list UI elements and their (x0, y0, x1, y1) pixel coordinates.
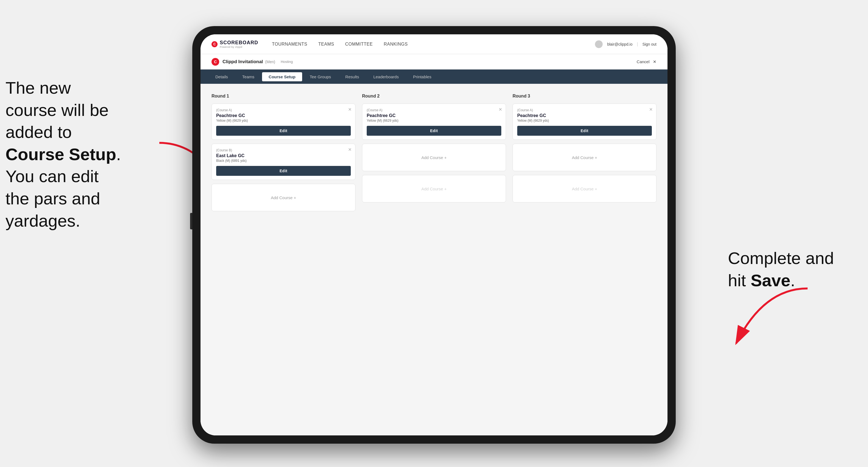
annotation-left: The new course will be added to Course S… (5, 77, 176, 232)
round3-add-course-button[interactable]: Add Course + (513, 144, 656, 171)
round2-course-a-name: Peachtree GC (367, 113, 501, 118)
tab-bar: Details Teams Course Setup Tee Groups Re… (200, 69, 668, 84)
nav-tournaments[interactable]: TOURNAMENTS (272, 42, 307, 47)
annotation-bold: Course Setup (5, 145, 116, 164)
main-content: Round 1 ✕ (Course A) Peachtree GC Yellow… (200, 84, 668, 435)
nav-links: TOURNAMENTS TEAMS COMMITTEE RANKINGS (272, 42, 595, 47)
round3-course-a-label: (Course A) (517, 108, 652, 112)
navbar-logo: C (212, 41, 218, 47)
navbar-separator: | (637, 42, 638, 47)
arrow-right-icon (709, 280, 813, 357)
annotation-line2: course will be (5, 100, 109, 120)
round2-add-course-text: Add Course + (422, 155, 446, 160)
round-3-title: Round 3 (513, 94, 656, 99)
round2-course-a-label: (Course A) (367, 108, 501, 112)
round2-course-a-card: ✕ (Course A) Peachtree GC Yellow (M) (66… (362, 103, 506, 140)
round1-course-b-edit-button[interactable]: Edit (216, 166, 351, 176)
tab-leaderboards[interactable]: Leaderboards (367, 72, 405, 81)
tablet-screen: C SCOREBOARD Powered by clippd TOURNAMEN… (200, 34, 668, 435)
sign-out-link[interactable]: Sign out (643, 42, 656, 46)
round1-course-a-edit-button[interactable]: Edit (216, 126, 351, 136)
user-avatar (595, 40, 603, 48)
app-content: C SCOREBOARD Powered by clippd TOURNAMEN… (200, 34, 668, 435)
tab-teams[interactable]: Teams (236, 72, 261, 81)
round2-add-course-disabled-text: Add Course + (422, 187, 446, 191)
round1-course-a-label: (Course A) (216, 108, 351, 112)
nav-rankings[interactable]: RANKINGS (384, 42, 408, 47)
cancel-button[interactable]: Cancel ✕ (637, 59, 656, 64)
round1-course-b-card: ✕ (Course B) East Lake GC Black (M) (689… (212, 144, 355, 180)
round1-course-b-name: East Lake GC (216, 153, 351, 158)
round3-course-a-delete-button[interactable]: ✕ (648, 106, 653, 112)
round1-course-b-delete-button[interactable]: ✕ (347, 147, 352, 152)
round3-course-a-tee: Yellow (M) (6629 yds) (517, 119, 652, 123)
annotation-line1: The new (5, 78, 71, 97)
tournament-bar: C Clippd Invitational (Men) Hosting Canc… (200, 54, 668, 69)
annotation-line6: the pars and (5, 189, 100, 208)
round1-course-b-label: (Course B) (216, 148, 351, 152)
annotation-suffix: . (116, 145, 121, 164)
tablet-device: C SCOREBOARD Powered by clippd TOURNAMEN… (192, 26, 676, 444)
round-1-column: Round 1 ✕ (Course A) Peachtree GC Yellow… (212, 94, 355, 211)
round2-course-a-edit-button[interactable]: Edit (367, 126, 501, 136)
round3-course-a-edit-button[interactable]: Edit (517, 126, 652, 136)
tablet-side-button (190, 213, 192, 229)
round1-course-a-name: Peachtree GC (216, 113, 351, 118)
round1-add-course-button[interactable]: Add Course + (212, 184, 355, 211)
round-3-column: Round 3 ✕ (Course A) Peachtree GC Yellow… (513, 94, 656, 211)
annotation-line5: You can edit (5, 167, 99, 186)
rounds-grid: Round 1 ✕ (Course A) Peachtree GC Yellow… (212, 94, 656, 211)
brand-title: SCOREBOARD (220, 40, 258, 45)
tab-printables[interactable]: Printables (406, 72, 438, 81)
round3-add-course-disabled: Add Course + (513, 175, 656, 203)
navbar-right: blair@clippd.io | Sign out (595, 40, 656, 48)
round1-add-course-text: Add Course + (271, 195, 296, 200)
navbar: C SCOREBOARD Powered by clippd TOURNAMEN… (200, 34, 668, 54)
annotation-line7: yardages. (5, 211, 80, 230)
round2-course-a-delete-button[interactable]: ✕ (497, 106, 503, 112)
brand-row: C SCOREBOARD Powered by clippd (212, 40, 272, 48)
round1-course-a-tee: Yellow (M) (6629 yds) (216, 119, 351, 123)
round-1-title: Round 1 (212, 94, 355, 99)
round1-course-a-card: ✕ (Course A) Peachtree GC Yellow (M) (66… (212, 103, 355, 140)
round-2-column: Round 2 ✕ (Course A) Peachtree GC Yellow… (362, 94, 506, 211)
round2-add-course-button[interactable]: Add Course + (362, 144, 506, 171)
round3-add-course-disabled-text: Add Course + (572, 187, 597, 191)
round1-course-b-tee: Black (M) (6891 yds) (216, 159, 351, 163)
round3-course-a-card: ✕ (Course A) Peachtree GC Yellow (M) (66… (513, 103, 656, 140)
tournament-logo: C (212, 58, 219, 66)
tournament-hosting: Hosting (281, 60, 293, 64)
tournament-name: Clippd Invitational (222, 59, 263, 65)
tournament-gender: (Men) (265, 60, 275, 64)
navbar-brand: SCOREBOARD Powered by clippd (220, 40, 258, 48)
round3-add-course-text: Add Course + (572, 155, 597, 160)
annotation-right-line1: Complete and (728, 249, 834, 268)
round1-course-a-delete-button[interactable]: ✕ (347, 106, 352, 112)
round3-course-a-name: Peachtree GC (517, 113, 652, 118)
tab-details[interactable]: Details (209, 72, 235, 81)
nav-committee[interactable]: COMMITTEE (345, 42, 373, 47)
brand-sub: Powered by clippd (220, 45, 258, 48)
annotation-line3: added to (5, 123, 72, 142)
navbar-email: blair@clippd.io (607, 42, 632, 46)
tab-results[interactable]: Results (339, 72, 366, 81)
tab-course-setup[interactable]: Course Setup (262, 72, 302, 81)
nav-teams[interactable]: TEAMS (318, 42, 334, 47)
tab-tee-groups[interactable]: Tee Groups (303, 72, 338, 81)
round2-add-course-disabled: Add Course + (362, 175, 506, 203)
round2-course-a-tee: Yellow (M) (6629 yds) (367, 119, 501, 123)
round-2-title: Round 2 (362, 94, 506, 99)
